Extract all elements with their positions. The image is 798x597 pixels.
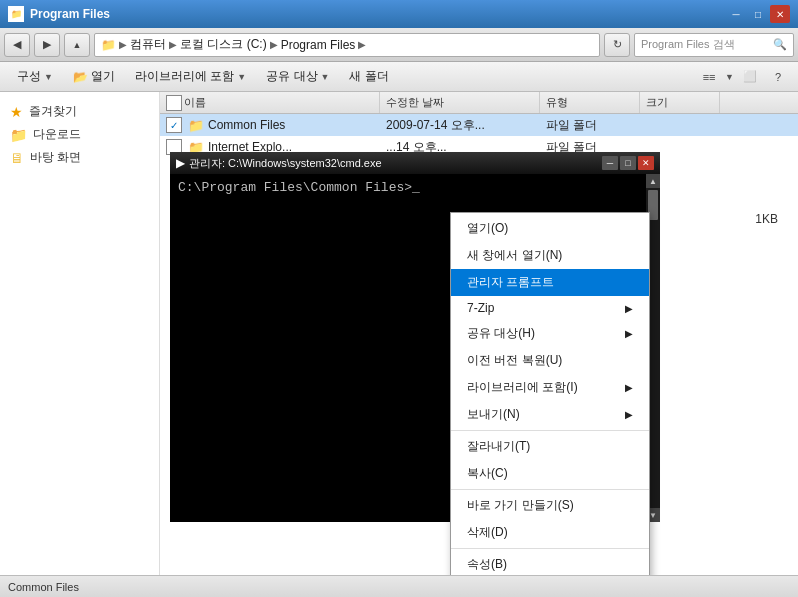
toolbar-right: ≡≡ ▼ ⬜ ?	[697, 65, 790, 89]
context-menu-item[interactable]: 열기(O)	[451, 215, 649, 242]
file-name-1: Common Files	[208, 118, 285, 132]
title-bar: 📁 Program Files ─ □ ✕	[0, 0, 798, 28]
open-button[interactable]: 📂 열기	[64, 65, 124, 89]
address-path[interactable]: 📁 ▶ 컴퓨터 ▶ 로컬 디스크 (C:) ▶ Program Files ▶	[94, 33, 600, 57]
close-button[interactable]: ✕	[770, 5, 790, 23]
context-menu-item[interactable]: 라이브러리에 포함(I)▶	[451, 374, 649, 401]
sidebar-item-favorites[interactable]: ★ 즐겨찾기	[0, 100, 159, 123]
favorites-label: 즐겨찾기	[29, 103, 77, 120]
cmd-title-left: ▶ 관리자: C:\Windows\system32\cmd.exe	[176, 156, 382, 171]
context-menu-item[interactable]: 보내기(N)▶	[451, 401, 649, 428]
cm-label: 잘라내기(T)	[467, 438, 530, 455]
share-label: 공유 대상	[266, 68, 317, 85]
context-menu-item[interactable]: 속성(B)	[451, 551, 649, 575]
organize-dropdown-icon: ▼	[44, 72, 53, 82]
minimize-button[interactable]: ─	[726, 5, 746, 23]
cm-label: 속성(B)	[467, 556, 507, 573]
toolbar: 구성 ▼ 📂 열기 라이브러리에 포함 ▼ 공유 대상 ▼ 새 폴더 ≡≡ ▼ …	[0, 62, 798, 92]
path-computer: 컴퓨터	[130, 36, 166, 53]
cmd-close-button[interactable]: ✕	[638, 156, 654, 170]
cm-label: 보내기(N)	[467, 406, 520, 423]
star-icon: ★	[10, 104, 23, 120]
maximize-button[interactable]: □	[748, 5, 768, 23]
folder-icon: 📁	[188, 118, 204, 133]
scroll-up-button[interactable]: ▲	[646, 174, 660, 188]
cm-label: 복사(C)	[467, 465, 508, 482]
desktop-icon: 🖥	[10, 150, 24, 166]
cm-label: 7-Zip	[467, 301, 494, 315]
col-header-type[interactable]: 유형	[540, 92, 640, 113]
context-menu-item[interactable]: 복사(C)	[451, 460, 649, 487]
cm-label: 라이브러리에 포함(I)	[467, 379, 578, 396]
include-dropdown-icon: ▼	[237, 72, 246, 82]
context-menu-item[interactable]: 7-Zip▶	[451, 296, 649, 320]
share-dropdown-icon: ▼	[321, 72, 330, 82]
context-menu-separator	[451, 489, 649, 490]
view-toggle-button[interactable]: ≡≡	[697, 65, 721, 89]
context-menu: 열기(O)새 창에서 열기(N)관리자 프롬프트7-Zip▶공유 대상(H)▶이…	[450, 212, 650, 575]
row-checkbox-1[interactable]: ✓	[166, 117, 182, 133]
col-type-label: 유형	[546, 95, 568, 110]
cmd-icon: ▶	[176, 156, 185, 170]
col-header-name[interactable]: 이름	[160, 92, 380, 113]
submenu-arrow: ▶	[625, 303, 633, 314]
sidebar-item-desktop[interactable]: 🖥 바탕 화면	[0, 146, 159, 169]
view-dropdown-icon: ▼	[725, 72, 734, 82]
refresh-button[interactable]: ↻	[604, 33, 630, 57]
search-box[interactable]: Program Files 검색 🔍	[634, 33, 794, 57]
search-icon: 🔍	[773, 38, 787, 51]
cm-label: 공유 대상(H)	[467, 325, 535, 342]
main-layout: ★ 즐겨찾기 📁 다운로드 🖥 바탕 화면 이름 수정한 날짜	[0, 92, 798, 575]
sidebar-item-downloads[interactable]: 📁 다운로드	[0, 123, 159, 146]
select-all-checkbox[interactable]	[166, 95, 182, 111]
table-row[interactable]: ✓ 📁 Common Files 2009-07-14 오후... 파일 폴더	[160, 114, 798, 136]
col-header-modified[interactable]: 수정한 날짜	[380, 92, 540, 113]
view-pane-button[interactable]: ⬜	[738, 65, 762, 89]
file-date-1: 2009-07-14 오후...	[380, 117, 540, 134]
context-menu-item[interactable]: 잘라내기(T)	[451, 433, 649, 460]
address-bar: ◀ ▶ ▲ 📁 ▶ 컴퓨터 ▶ 로컬 디스크 (C:) ▶ Program Fi…	[0, 28, 798, 62]
up-button[interactable]: ▲	[64, 33, 90, 57]
context-menu-item[interactable]: 삭제(D)	[451, 519, 649, 546]
help-button[interactable]: ?	[766, 65, 790, 89]
context-menu-separator	[451, 430, 649, 431]
open-label: 열기	[91, 68, 115, 85]
folder-open-icon: 📂	[73, 70, 88, 84]
col-name-label: 이름	[184, 95, 206, 110]
back-button[interactable]: ◀	[4, 33, 30, 57]
col-size-label: 크기	[646, 95, 668, 110]
context-menu-item[interactable]: 공유 대상(H)▶	[451, 320, 649, 347]
include-button[interactable]: 라이브러리에 포함 ▼	[126, 65, 255, 89]
sidebar: ★ 즐겨찾기 📁 다운로드 🖥 바탕 화면	[0, 92, 160, 575]
cm-label: 이전 버전 복원(U)	[467, 352, 562, 369]
favorites-section: ★ 즐겨찾기 📁 다운로드 🖥 바탕 화면	[0, 100, 159, 169]
col-modified-label: 수정한 날짜	[386, 95, 444, 110]
share-button[interactable]: 공유 대상 ▼	[257, 65, 338, 89]
status-info: Common Files	[8, 581, 79, 593]
organize-label: 구성	[17, 68, 41, 85]
context-menu-item[interactable]: 새 창에서 열기(N)	[451, 242, 649, 269]
context-menu-item[interactable]: 이전 버전 복원(U)	[451, 347, 649, 374]
context-menu-item[interactable]: 바로 가기 만들기(S)	[451, 492, 649, 519]
folder-icon: 📁	[101, 38, 116, 52]
path-drive: 로컬 디스크 (C:)	[180, 36, 267, 53]
include-label: 라이브러리에 포함	[135, 68, 234, 85]
file-list-header: 이름 수정한 날짜 유형 크기	[160, 92, 798, 114]
cm-label: 삭제(D)	[467, 524, 508, 541]
context-menu-separator	[451, 548, 649, 549]
title-bar-controls: ─ □ ✕	[726, 5, 790, 23]
submenu-arrow: ▶	[625, 328, 633, 339]
new-folder-label: 새 폴더	[349, 68, 388, 85]
folder-icon: 📁	[10, 127, 27, 143]
cmd-minimize-button[interactable]: ─	[602, 156, 618, 170]
cm-label: 열기(O)	[467, 220, 508, 237]
new-folder-button[interactable]: 새 폴더	[340, 65, 397, 89]
cmd-title-bar: ▶ 관리자: C:\Windows\system32\cmd.exe ─ □ ✕	[170, 152, 660, 174]
forward-button[interactable]: ▶	[34, 33, 60, 57]
help-icon: ?	[775, 71, 781, 83]
context-menu-item[interactable]: 관리자 프롬프트	[451, 269, 649, 296]
cmd-title: 관리자: C:\Windows\system32\cmd.exe	[189, 156, 382, 171]
cmd-maximize-button[interactable]: □	[620, 156, 636, 170]
col-header-size[interactable]: 크기	[640, 92, 720, 113]
organize-button[interactable]: 구성 ▼	[8, 65, 62, 89]
